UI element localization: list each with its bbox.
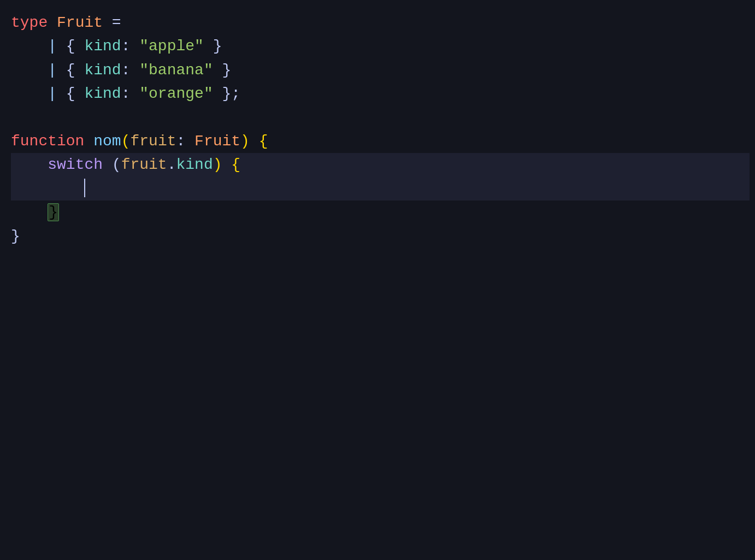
code-editor[interactable]: type Fruit = | { kind: "apple" } | { kin… (0, 0, 755, 560)
code-line-7: switch (fruit.kind) { (11, 153, 750, 176)
keyword-type: type (11, 14, 48, 31)
code-line-10: } (11, 225, 750, 248)
keyword-switch: switch (48, 156, 103, 173)
code-line-1: type Fruit = (11, 11, 750, 34)
code-line-8 (11, 177, 750, 201)
function-name-nom: nom (93, 133, 121, 150)
keyword-function: function (11, 133, 84, 150)
code-line-2: | { kind: "apple" } (11, 34, 750, 58)
code-line-5 (11, 106, 750, 129)
bracket-close-switch: } (48, 203, 59, 221)
text-cursor (84, 179, 85, 197)
code-line-6: function nom(fruit: Fruit) { (11, 129, 750, 153)
code-content: type Fruit = | { kind: "apple" } | { kin… (5, 11, 750, 248)
code-line-9: } (11, 201, 750, 224)
type-fruit: Fruit (57, 14, 103, 31)
code-line-4: | { kind: "orange" }; (11, 82, 750, 105)
code-line-3: | { kind: "banana" } (11, 58, 750, 82)
